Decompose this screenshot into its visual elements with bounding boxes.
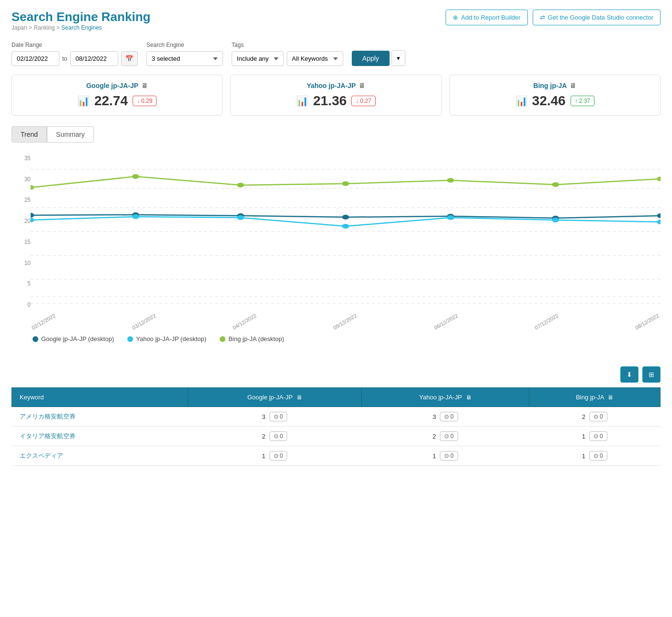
yahoo-change-1: ⊙ 0 xyxy=(440,431,458,441)
data-studio-connector-button[interactable]: ⇄ Get the Google Data Studio connector xyxy=(533,10,661,25)
tags-filter: Tags Include any All Keywords xyxy=(232,42,343,66)
grid-view-button[interactable]: ⊞ xyxy=(642,366,661,383)
col-google: Google jp-JA-JP 🖥 xyxy=(188,388,361,407)
legend-bing: Bing jp-JA (desktop) xyxy=(220,335,284,342)
yahoo-point-4 xyxy=(447,215,454,220)
google-point-6 xyxy=(657,213,661,218)
bing-point-2 xyxy=(237,183,244,187)
filters-bar: Date Range to 📅 Search Engine 3 selected… xyxy=(11,42,661,66)
col-google-desktop-icon: 🖥 xyxy=(296,394,302,401)
google-point-0 xyxy=(31,213,34,218)
bing-change-1: ⊙ 0 xyxy=(589,431,607,441)
plus-circle-icon: ⊕ xyxy=(453,14,458,21)
yahoo-point-2 xyxy=(237,215,244,220)
change-icon: ⊙ xyxy=(274,452,279,459)
tab-summary[interactable]: Summary xyxy=(47,126,94,143)
arrow-down-icon-2: ↓ xyxy=(356,98,358,104)
calendar-icon: 📅 xyxy=(125,55,134,62)
apply-dropdown-button[interactable]: ▾ xyxy=(392,50,405,66)
yahoo-point-0 xyxy=(31,218,34,222)
bing-point-1 xyxy=(132,174,139,179)
google-desktop-icon: 🖥 xyxy=(141,82,148,89)
engine-card-bing: Bing jp-JA 🖥 📊 32.46 ↑ 2.37 xyxy=(449,75,661,116)
search-engine-label: Search Engine xyxy=(146,42,223,48)
google-rank-cell-0: 3 ⊙ 0 xyxy=(188,407,361,427)
search-engine-filter: Search Engine 3 selected xyxy=(146,42,223,66)
google-bar-icon[interactable]: 📊 xyxy=(78,95,90,107)
arrow-down-icon: ↓ xyxy=(137,98,140,104)
y-label-15: 15 xyxy=(11,239,31,245)
view-tabs: Trend Summary xyxy=(11,126,661,143)
engine-card-google: Google jp-JA-JP 🖥 📊 22.74 ↓ 0.29 xyxy=(11,75,223,116)
date-from-input[interactable] xyxy=(11,51,59,66)
legend-label-google: Google jp-JA-JP (desktop) xyxy=(41,335,114,342)
google-change-badge: ↓ 0.29 xyxy=(133,96,157,106)
bing-change-badge: ↑ 2.37 xyxy=(571,96,594,106)
search-engine-select[interactable]: 3 selected xyxy=(146,51,223,66)
change-icon: ⊙ xyxy=(274,413,279,420)
bing-desktop-icon: 🖥 xyxy=(570,82,576,89)
yahoo-rank-cell-0: 3 ⊙ 0 xyxy=(361,407,529,427)
google-point-3 xyxy=(342,215,349,220)
include-any-select[interactable]: Include any xyxy=(232,51,284,66)
yahoo-rank-cell-2: 1 ⊙ 0 xyxy=(361,446,529,466)
yahoo-change-badge: ↓ 0.27 xyxy=(351,96,375,106)
y-label-0: 0 xyxy=(11,301,31,308)
bing-rank-cell-1: 1 ⊙ 0 xyxy=(529,427,660,446)
legend-label-bing: Bing jp-JA (desktop) xyxy=(228,335,284,342)
bing-point-4 xyxy=(447,178,454,183)
calendar-button[interactable]: 📅 xyxy=(121,51,138,66)
tab-trend[interactable]: Trend xyxy=(11,126,47,143)
date-to-input[interactable] xyxy=(70,51,118,66)
google-change-1: ⊙ 0 xyxy=(269,431,288,441)
breadcrumb: Japan > Ranking > Search Engines xyxy=(11,24,150,31)
trend-chart xyxy=(31,155,661,327)
keyword-cell[interactable]: アメリカ格安航空券 xyxy=(12,407,188,427)
yahoo-change-0: ⊙ 0 xyxy=(440,412,458,421)
grid-icon: ⊞ xyxy=(649,371,654,378)
y-label-20: 20 xyxy=(11,218,31,224)
bing-bar-icon[interactable]: 📊 xyxy=(515,95,527,107)
bing-point-3 xyxy=(342,181,349,186)
yahoo-bar-icon[interactable]: 📊 xyxy=(296,95,308,107)
yahoo-card-title: Yahoo jp-JA-JP 🖥 xyxy=(241,82,430,89)
all-keywords-select[interactable]: All Keywords xyxy=(287,51,343,66)
legend-yahoo: Yahoo jp-JA-JP (desktop) xyxy=(127,335,206,342)
bing-change-0: ⊙ 0 xyxy=(589,412,607,421)
legend-dot-google xyxy=(33,336,38,342)
page-title: Search Engine Ranking xyxy=(11,10,150,24)
yahoo-point-1 xyxy=(132,214,139,219)
yahoo-desktop-icon: 🖥 xyxy=(358,82,365,89)
change-icon: ⊙ xyxy=(444,413,449,420)
apply-button[interactable]: Apply xyxy=(352,51,390,66)
bing-card-title: Bing jp-JA 🖥 xyxy=(460,82,650,89)
bing-change-2: ⊙ 0 xyxy=(589,451,607,461)
change-icon: ⊙ xyxy=(444,433,449,440)
google-rank-cell-1: 2 ⊙ 0 xyxy=(188,427,361,446)
engine-card-yahoo: Yahoo jp-JA-JP 🖥 📊 21.36 ↓ 0.27 xyxy=(230,75,441,116)
tags-label: Tags xyxy=(232,42,343,48)
export-button[interactable]: ⬇ xyxy=(620,366,638,383)
yahoo-point-3 xyxy=(342,224,349,229)
y-label-25: 25 xyxy=(11,197,31,203)
yahoo-change-2: ⊙ 0 xyxy=(440,451,458,461)
table-row: アメリカ格安航空券 3 ⊙ 0 3 ⊙ 0 xyxy=(12,407,661,427)
date-to-label: to xyxy=(62,55,67,62)
chart-legend: Google jp-JA-JP (desktop) Yahoo jp-JA-JP… xyxy=(33,335,661,342)
rankings-table: Keyword Google jp-JA-JP 🖥 Yahoo jp-JA-JP… xyxy=(11,387,661,466)
y-label-30: 30 xyxy=(11,176,31,183)
keyword-cell[interactable]: イタリア格安航空券 xyxy=(12,427,188,446)
bing-rank-cell-0: 2 ⊙ 0 xyxy=(529,407,660,427)
arrow-up-icon: ↑ xyxy=(575,98,578,104)
add-to-report-button[interactable]: ⊕ Add to Report Builder xyxy=(446,10,527,25)
export-icon: ⬇ xyxy=(627,371,632,378)
google-rank-cell-2: 1 ⊙ 0 xyxy=(188,446,361,466)
change-icon: ⊙ xyxy=(594,452,598,459)
keyword-cell[interactable]: エクスペディア xyxy=(12,446,188,466)
chart-container: 35 30 25 20 15 10 5 0 xyxy=(11,150,661,355)
change-icon: ⊙ xyxy=(594,413,598,420)
legend-dot-yahoo xyxy=(127,336,133,342)
legend-dot-bing xyxy=(220,336,225,342)
google-change-2: ⊙ 0 xyxy=(269,451,288,461)
change-icon: ⊙ xyxy=(594,433,598,440)
